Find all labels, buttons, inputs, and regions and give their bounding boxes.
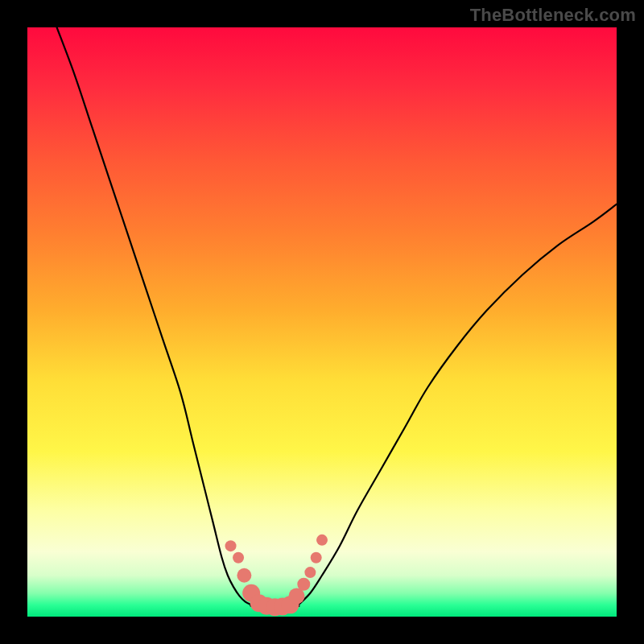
valley-marker — [237, 568, 251, 583]
valley-marker — [297, 578, 310, 591]
valley-marker — [233, 552, 244, 564]
bottleneck-curve — [57, 27, 617, 608]
plot-area — [27, 27, 617, 617]
chart-frame: TheBottleneck.com — [0, 0, 644, 644]
valley-marker — [304, 567, 316, 578]
watermark-text: TheBottleneck.com — [470, 5, 636, 26]
valley-marker — [316, 535, 328, 546]
valley-marker — [311, 552, 322, 564]
curve-layer — [27, 27, 617, 617]
valley-marker — [225, 540, 237, 551]
